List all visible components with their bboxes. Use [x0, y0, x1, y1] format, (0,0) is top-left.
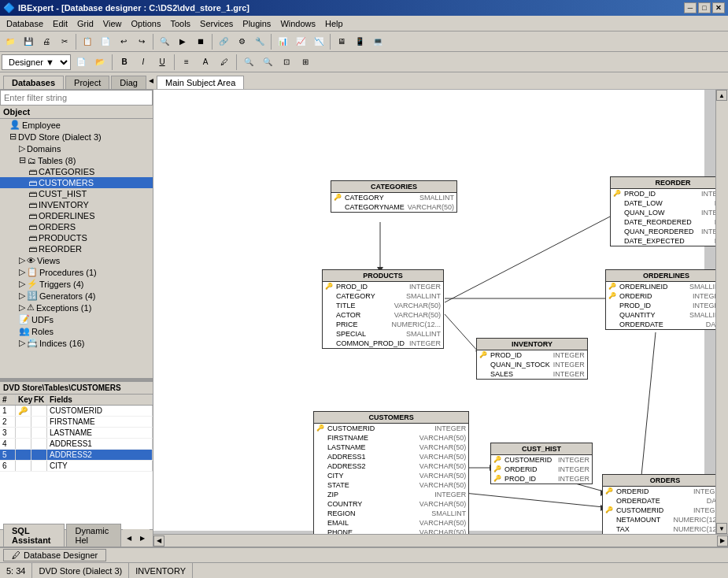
toolbar-btn-2[interactable]: 💾 — [20, 33, 37, 50]
bottom-nav-right[interactable]: ▶ — [136, 529, 150, 547]
field-row-6[interactable]: 6 CITY — [0, 461, 153, 472]
field-name-5: ADDRESS2 — [47, 450, 153, 460]
bold-button[interactable]: B — [116, 54, 133, 71]
tree-domains[interactable]: ▷ Domains — [0, 143, 153, 154]
maximize-button[interactable]: □ — [698, 2, 711, 13]
object-label: Object — [0, 106, 153, 119]
toolbar-btn-6[interactable]: 📄 — [97, 33, 114, 50]
table-products-row-4: ACTOR VARCHAR(50) — [323, 310, 443, 320]
tree-orderlines[interactable]: 🗃 ORDERLINES — [0, 210, 153, 221]
toolbar-btn-16[interactable]: 📈 — [292, 33, 309, 50]
scroll-track[interactable] — [716, 101, 728, 523]
menu-view[interactable]: View — [98, 17, 127, 30]
tree-dvdstore[interactable]: ⊟ DVD Store (Dialect 3) — [0, 131, 153, 143]
toolbar-btn-7[interactable]: ↩ — [115, 33, 132, 50]
menu-plugins[interactable]: Plugins — [238, 17, 275, 30]
toolbar2-new[interactable]: 📄 — [72, 54, 90, 71]
toolbar-btn-3[interactable]: 🖨 — [38, 33, 55, 50]
field-row-4[interactable]: 4 ADDRESS1 — [0, 439, 153, 450]
highlight[interactable]: 🖊 — [216, 54, 233, 71]
bottom-nav-left[interactable]: ◀ — [123, 529, 136, 547]
toolbar-btn-4[interactable]: ✂ — [56, 33, 73, 50]
field-row-5[interactable]: 5 ADDRESS2 — [0, 450, 153, 461]
scroll-down-btn[interactable]: ▼ — [716, 523, 727, 534]
window-tab-designer[interactable]: 🖊 Database Designer — [3, 549, 106, 561]
toolbar-btn-19[interactable]: 📱 — [351, 33, 368, 50]
table-customers[interactable]: CUSTOMERS 🔑 CUSTOMERID INTEGER FIRSTNAME… — [313, 411, 469, 534]
menu-services[interactable]: Services — [195, 17, 238, 30]
table-categories[interactable]: CATEGORIES 🔑 CATEGORY SMALLINT CATEGORYN… — [331, 180, 457, 213]
tree-procedures[interactable]: ▷ 📋 Procedures (1) — [0, 266, 153, 278]
tree-categories[interactable]: 🗃 CATEGORIES — [0, 166, 153, 177]
table-inventory[interactable]: INVENTORY 🔑 PROD_ID INTEGER QUAN_IN_STOC… — [476, 338, 588, 380]
tree-customers[interactable]: 🗃 CUSTOMERS — [0, 177, 153, 188]
close-button[interactable]: ✕ — [712, 2, 725, 13]
zoom-out[interactable]: 🔍 — [240, 54, 257, 71]
scroll-right-btn[interactable]: ▶ — [717, 535, 728, 547]
table-products[interactable]: PRODUCTS 🔑 PROD_ID INTEGER CATEGORY SMAL… — [322, 269, 444, 349]
tab-sql-assistant[interactable]: SQL Assistant — [3, 524, 65, 547]
toolbar-btn-12[interactable]: 🔗 — [215, 33, 232, 50]
tab-project[interactable]: Project — [65, 76, 109, 89]
table-orders[interactable]: ORDERS 🔑 ORDERID INTEGER ORDERDATE DATE — [602, 474, 715, 534]
italic-button[interactable]: I — [135, 54, 152, 71]
tree-cust-hist[interactable]: 🗃 CUST_HIST — [0, 188, 153, 199]
menu-help[interactable]: Help — [320, 17, 348, 30]
scroll-up-btn[interactable]: ▲ — [716, 90, 727, 101]
tree-orders[interactable]: 🗃 ORDERS — [0, 221, 153, 232]
toolbar-btn-5[interactable]: 📋 — [79, 33, 96, 50]
toolbar-btn-9[interactable]: 🔍 — [156, 33, 173, 50]
menu-tools[interactable]: Tools — [165, 17, 195, 30]
menu-options[interactable]: Options — [127, 17, 166, 30]
field-row-3[interactable]: 3 LASTNAME — [0, 428, 153, 439]
toolbar-btn-14[interactable]: 🔧 — [251, 33, 268, 50]
scroll-left-btn[interactable]: ◀ — [153, 535, 164, 547]
tab-databases[interactable]: Databases — [3, 76, 64, 89]
menu-windows[interactable]: Windows — [275, 17, 320, 30]
toolbar-btn-10[interactable]: ▶ — [174, 33, 191, 50]
tree-tables[interactable]: ⊟ 🗂 Tables (8) — [0, 154, 153, 166]
align-left[interactable]: ≡ — [178, 54, 195, 71]
tree-generators[interactable]: ▷ 🔢 Generators (4) — [0, 290, 153, 302]
text-color[interactable]: A — [197, 54, 214, 71]
menu-edit[interactable]: Edit — [48, 17, 72, 30]
toolbar-btn-15[interactable]: 📊 — [274, 33, 291, 50]
toolbar-btn-17[interactable]: 📉 — [310, 33, 327, 50]
tree-reorder[interactable]: 🗃 REORDER — [0, 243, 153, 254]
key-icon-prod1: 🔑 — [325, 283, 333, 291]
filter-input[interactable] — [0, 90, 153, 106]
tab-dynamic-hel[interactable]: Dynamic Hel — [66, 524, 120, 547]
tree-views[interactable]: ▷ 👁 Views — [0, 254, 153, 266]
table-cust-hist[interactable]: CUST_HIST 🔑 CUSTOMERID INTEGER 🔑 ORDERID… — [490, 443, 593, 484]
minimize-button[interactable]: ─ — [684, 2, 697, 13]
toolbar-btn-18[interactable]: 🖥 — [333, 33, 350, 50]
table-reorder[interactable]: REORDER 🔑 PROD_ID INTEGER DATE_LOW DATE — [610, 176, 715, 246]
toolbar2-open[interactable]: 📂 — [91, 54, 109, 71]
menu-database[interactable]: Database — [2, 17, 48, 30]
tree-indices[interactable]: ▷ 📇 Indices (16) — [0, 337, 153, 349]
fit-view[interactable]: ⊡ — [278, 54, 295, 71]
canvas-tab-main[interactable]: Main Subject Area — [157, 76, 244, 89]
table-orderlines[interactable]: ORDERLINES 🔑 ORDERLINEID SMALLINT 🔑 ORDE… — [605, 269, 715, 330]
tree-inventory[interactable]: 🗃 INVENTORY — [0, 199, 153, 210]
tree-exceptions[interactable]: ▷ ⚠ Exceptions (1) — [0, 302, 153, 313]
toolbar-btn-1[interactable]: 📁 — [2, 33, 19, 50]
tree-products[interactable]: 🗃 PRODUCTS — [0, 232, 153, 243]
toolbar-btn-13[interactable]: ⚙ — [233, 33, 250, 50]
tree-roles[interactable]: 👥 Roles — [0, 325, 153, 337]
tree-udfs[interactable]: 📝 UDFs — [0, 313, 153, 325]
designer-dropdown[interactable]: Designer ▼ — [2, 54, 71, 70]
zoom-in[interactable]: 🔍 — [259, 54, 276, 71]
tree-triggers[interactable]: ▷ ⚡ Triggers (4) — [0, 278, 153, 290]
toolbar-btn-20[interactable]: 💻 — [369, 33, 386, 50]
full-screen[interactable]: ⊞ — [297, 54, 314, 71]
tab-diag[interactable]: Diag — [111, 76, 146, 89]
toolbar-btn-11[interactable]: ⏹ — [192, 33, 209, 50]
tree-employee[interactable]: 👤 Employee — [0, 119, 153, 131]
menu-grid[interactable]: Grid — [72, 17, 98, 30]
field-row-1[interactable]: 1 🔑 CUSTOMERID — [0, 406, 153, 417]
underline-button[interactable]: U — [153, 54, 171, 71]
field-row-2[interactable]: 2 FIRSTNAME — [0, 417, 153, 428]
toolbar-btn-8[interactable]: ↪ — [133, 33, 150, 50]
canvas-area[interactable]: CATEGORIES 🔑 CATEGORY SMALLINT CATEGORYN… — [153, 90, 715, 534]
